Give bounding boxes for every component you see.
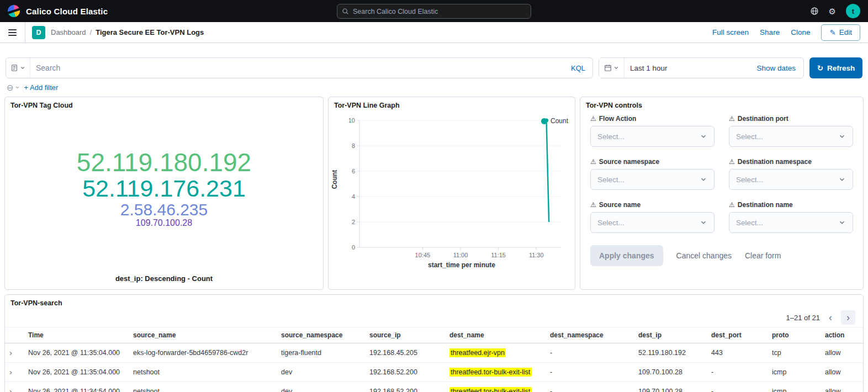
- svg-text:2: 2: [352, 219, 355, 225]
- svg-text:8: 8: [352, 142, 355, 149]
- expand-row-button[interactable]: ›: [9, 387, 12, 392]
- cell-action: allow: [821, 382, 863, 392]
- app-title: Calico Cloud Elastic: [26, 7, 108, 16]
- column-header-proto[interactable]: proto: [768, 327, 821, 343]
- show-dates-link[interactable]: Show dates: [756, 64, 803, 72]
- y-axis-title: Count: [331, 160, 338, 199]
- expander-column-header: [5, 327, 24, 343]
- user-avatar[interactable]: t: [846, 4, 860, 18]
- cell-dest_port: -: [707, 382, 768, 392]
- chevron-down-icon: [700, 133, 707, 140]
- control-field: ⚠Destination nameSelect...: [729, 201, 853, 233]
- warning-icon: ⚠: [729, 158, 735, 165]
- chevron-down-icon: [15, 85, 20, 90]
- cell-time: Nov 26, 2021 @ 11:35:04.000: [24, 363, 129, 382]
- column-header-action[interactable]: action: [821, 327, 863, 343]
- globe-icon[interactable]: [810, 7, 819, 15]
- svg-text:11:30: 11:30: [529, 252, 544, 258]
- tag-cloud-term[interactable]: 52.119.176.231: [82, 176, 246, 202]
- kql-toggle[interactable]: KQL: [564, 64, 592, 72]
- edit-button[interactable]: ✎ Edit: [821, 24, 860, 41]
- tag-cloud-term[interactable]: 2.58.46.235: [120, 201, 208, 219]
- control-label: ⚠Destination name: [729, 201, 853, 209]
- control-select[interactable]: Select...: [729, 169, 853, 190]
- tag-cloud-term[interactable]: 109.70.100.28: [136, 219, 192, 228]
- chevron-down-icon: [700, 176, 707, 183]
- clone-link[interactable]: Clone: [791, 28, 810, 36]
- pencil-icon: ✎: [829, 28, 835, 37]
- column-header-source_namespace[interactable]: source_namespace: [277, 327, 365, 343]
- filter-options-icon[interactable]: ⊖: [7, 83, 20, 92]
- chart-legend[interactable]: Count: [541, 117, 568, 125]
- table-row: ›Nov 26, 2021 @ 11:35:04.000netshootdev1…: [5, 363, 863, 382]
- query-input[interactable]: [30, 63, 564, 72]
- svg-text:11:15: 11:15: [491, 252, 506, 258]
- search-panel-title: Tor-VPN-search: [5, 295, 863, 309]
- control-select[interactable]: Select...: [590, 212, 714, 233]
- tag-cloud-term[interactable]: 52.119.180.192: [77, 149, 251, 176]
- apply-changes-button[interactable]: Apply changes: [590, 245, 663, 266]
- cell-dest_ip: 109.70.100.28: [634, 363, 707, 382]
- calendar-button[interactable]: [599, 58, 624, 78]
- cell-dest_name: threatfeed.ejr-vpn: [445, 343, 546, 363]
- settings-gear-icon[interactable]: ⚙: [829, 7, 836, 15]
- column-header-source_name[interactable]: source_name: [129, 327, 277, 343]
- full-screen-link[interactable]: Full screen: [712, 28, 749, 36]
- control-field: ⚠Destination namespaceSelect...: [729, 158, 853, 190]
- legend-dot-icon: [541, 118, 547, 124]
- share-link[interactable]: Share: [760, 28, 780, 36]
- column-header-dest_port[interactable]: dest_port: [707, 327, 768, 343]
- line-graph-panel: Tor-VPN Line Graph Count 024681010:4511:…: [328, 97, 575, 290]
- column-header-source_ip[interactable]: source_ip: [365, 327, 445, 343]
- elastic-logo-icon[interactable]: [8, 5, 20, 17]
- dashboard-panels: Tor-VPN Tag Cloud 52.119.180.19252.119.1…: [0, 96, 868, 290]
- chevron-down-icon: [838, 176, 846, 183]
- cell-dest_namespace: -: [546, 382, 634, 392]
- control-select[interactable]: Select...: [729, 126, 853, 147]
- chevron-down-icon: [613, 65, 619, 71]
- search-icon: [342, 8, 349, 17]
- add-filter-link[interactable]: + Add filter: [24, 83, 59, 92]
- svg-text:10:45: 10:45: [415, 252, 431, 258]
- control-select[interactable]: Select...: [590, 126, 714, 147]
- prev-page-button[interactable]: ‹: [823, 310, 838, 325]
- svg-text:4: 4: [352, 193, 355, 200]
- column-header-dest_ip[interactable]: dest_ip: [634, 327, 707, 343]
- warning-icon: ⚠: [590, 158, 596, 165]
- line-graph-panel-title: Tor-VPN Line Graph: [329, 97, 575, 112]
- time-range-label[interactable]: Last 1 hour: [624, 64, 756, 72]
- cell-source_namespace: dev: [277, 363, 365, 382]
- expand-row-button[interactable]: ›: [9, 348, 12, 357]
- legend-label: Count: [551, 117, 568, 125]
- column-header-time[interactable]: Time: [24, 327, 129, 343]
- saved-query-icon: [10, 64, 18, 72]
- refresh-button[interactable]: ↻ Refresh: [809, 57, 862, 78]
- next-page-button[interactable]: ›: [841, 310, 855, 325]
- query-section: KQL Last 1 hour Show dates ↻ Refresh ⊖ +…: [0, 43, 868, 96]
- breadcrumb-separator: /: [90, 28, 92, 36]
- cell-dest_name: threatfeed.tor-bulk-exit-list: [445, 363, 546, 382]
- column-header-dest_namespace[interactable]: dest_namespace: [546, 327, 634, 343]
- svg-text:10: 10: [348, 117, 355, 124]
- cell-source_ip: 192.168.52.200: [365, 382, 445, 392]
- breadcrumb-dashboard[interactable]: Dashboard: [51, 28, 86, 36]
- hamburger-icon: [8, 29, 17, 30]
- results-table: Timesource_namesource_namespacesource_ip…: [5, 327, 863, 392]
- global-search-input[interactable]: [337, 4, 531, 19]
- control-select[interactable]: Select...: [729, 212, 853, 233]
- clear-form-button[interactable]: Clear form: [745, 251, 781, 260]
- expand-row-button[interactable]: ›: [9, 368, 12, 376]
- global-search: [337, 4, 531, 19]
- cancel-changes-button[interactable]: Cancel changes: [676, 251, 732, 260]
- table-row: ›Nov 26, 2021 @ 11:34:54.000netshootdev1…: [5, 382, 863, 392]
- refresh-button-label: Refresh: [827, 64, 855, 72]
- line-chart-area: Count 024681010:4511:0011:1511:30 Count …: [329, 112, 575, 289]
- breadcrumb: Dashboard / Tigera Secure EE Tor-VPN Log…: [51, 28, 204, 36]
- saved-query-button[interactable]: [6, 58, 30, 78]
- pagination: 1–21 of 21 ‹ ›: [5, 309, 863, 327]
- control-select[interactable]: Select...: [590, 169, 714, 190]
- controls-actions: Apply changes Cancel changes Clear form: [580, 233, 863, 266]
- page-title: Tigera Secure EE Tor-VPN Logs: [96, 28, 204, 36]
- menu-button[interactable]: [0, 22, 25, 43]
- column-header-dest_name[interactable]: dest_name: [445, 327, 546, 343]
